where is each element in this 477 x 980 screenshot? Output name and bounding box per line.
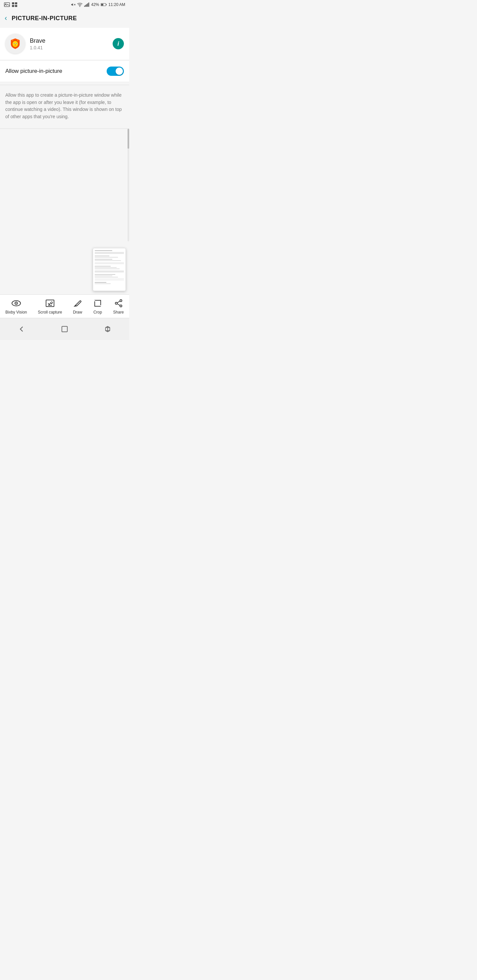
nav-recents-button[interactable]	[58, 323, 71, 336]
scroll-capture-icon	[45, 299, 55, 308]
thumb-line-17	[95, 283, 111, 284]
scrollbar-thumb[interactable]	[128, 129, 129, 149]
app-text: Brave 1.0.41	[30, 37, 45, 50]
svg-line-39	[117, 304, 120, 305]
nav-menu-button[interactable]	[101, 323, 114, 336]
status-time: 11:20 AM	[108, 2, 125, 7]
thumb-line-15	[95, 278, 124, 281]
thumb-line-12	[95, 274, 115, 275]
svg-rect-40	[62, 326, 68, 332]
thumb-line-1	[95, 250, 112, 251]
toolbar-item-bixby-vision[interactable]: Bixby Vision	[5, 299, 27, 315]
description-section: Allow this app to create a picture-in-pi…	[0, 85, 129, 129]
thumb-line-9	[95, 267, 116, 268]
nav-back-icon	[18, 325, 25, 333]
nav-recents-icon	[61, 325, 68, 333]
spacer-area	[0, 129, 129, 241]
svg-rect-34	[101, 305, 102, 306]
svg-rect-33	[94, 300, 95, 301]
status-left-icons	[4, 2, 17, 7]
thumb-line-4	[95, 257, 118, 258]
svg-point-25	[16, 43, 17, 44]
app-info-left: Brave 1.0.41	[5, 34, 45, 54]
status-bar: 42% 11:20 AM	[0, 0, 129, 9]
svg-rect-10	[85, 5, 86, 7]
toolbar-item-scroll-capture[interactable]: Scroll capture	[38, 299, 62, 315]
thumb-line-5	[95, 259, 112, 259]
crop-icon	[93, 299, 102, 308]
thumb-line-10	[95, 269, 120, 269]
description-text: Allow this app to create a picture-in-pi…	[5, 92, 124, 121]
app-info-section: Brave 1.0.41 i	[0, 28, 129, 60]
thumb-line-14	[95, 277, 118, 277]
bixby-vision-label: Bixby Vision	[5, 310, 27, 315]
draw-label: Draw	[73, 310, 82, 315]
svg-rect-5	[15, 5, 17, 7]
status-right: 42% 11:20 AM	[71, 2, 125, 7]
svg-rect-4	[12, 5, 14, 7]
thumb-line-6	[95, 260, 121, 261]
svg-point-37	[120, 305, 122, 307]
battery-pct: 42%	[91, 2, 99, 7]
nav-back-button[interactable]	[15, 323, 28, 336]
header: ‹ PICTURE-IN-PICTURE	[0, 9, 129, 28]
svg-point-30	[16, 302, 17, 304]
svg-rect-2	[12, 2, 14, 4]
svg-rect-16	[101, 4, 103, 5]
svg-rect-13	[88, 3, 89, 7]
nav-menu-icon	[104, 325, 111, 333]
toolbar-item-share[interactable]: Share	[113, 299, 124, 315]
screenshot-thumbnail	[93, 248, 126, 291]
info-button[interactable]: i	[113, 38, 124, 49]
mute-icon	[71, 2, 75, 7]
thumb-line-13	[95, 275, 112, 276]
scroll-capture-label: Scroll capture	[38, 310, 62, 315]
draw-icon	[73, 299, 82, 308]
toggle-section: Allow picture-in-picture	[0, 60, 129, 82]
svg-rect-9	[84, 6, 85, 6]
app-name: Brave	[30, 37, 45, 45]
svg-rect-15	[106, 4, 107, 5]
svg-rect-32	[95, 300, 101, 306]
thumb-line-11	[95, 270, 124, 272]
thumb-line-3	[95, 256, 109, 256]
thumb-line-8	[95, 266, 111, 267]
app-icon	[5, 34, 25, 54]
image-icon	[4, 2, 10, 7]
page-container: 42% 11:20 AM ‹ PICTURE-IN-PICTURE	[0, 0, 129, 340]
bottom-toolbar: Bixby Vision Scroll capture	[0, 294, 129, 318]
thumb-line-16	[95, 282, 106, 283]
signal-icon	[84, 2, 89, 7]
scrollbar-track	[128, 129, 129, 241]
svg-point-17	[13, 41, 18, 47]
thumbnail-area	[0, 241, 129, 294]
share-label: Share	[113, 310, 124, 315]
back-button[interactable]: ‹	[3, 13, 8, 24]
wifi-icon	[77, 2, 83, 7]
battery-icon	[101, 3, 107, 6]
nav-bar	[0, 318, 129, 340]
share-icon	[114, 299, 123, 308]
toolbar-item-crop[interactable]: Crop	[93, 299, 102, 315]
pip-toggle[interactable]	[107, 67, 124, 76]
toolbar-item-draw[interactable]: Draw	[73, 299, 82, 315]
brave-logo	[9, 37, 22, 50]
toggle-label: Allow picture-in-picture	[5, 68, 62, 75]
thumb-content	[93, 248, 126, 287]
svg-line-38	[117, 301, 120, 302]
svg-point-36	[115, 302, 117, 304]
thumb-line-7	[95, 262, 124, 264]
svg-point-24	[14, 43, 14, 44]
eye-icon	[11, 299, 21, 308]
svg-rect-11	[86, 4, 87, 6]
thumb-line-2	[95, 252, 124, 254]
svg-rect-12	[88, 3, 88, 6]
page-title: PICTURE-IN-PICTURE	[11, 15, 77, 22]
svg-point-35	[120, 300, 122, 302]
svg-point-26	[14, 45, 16, 45]
app-version: 1.0.41	[30, 45, 45, 50]
crop-label: Crop	[93, 310, 102, 315]
svg-point-8	[80, 6, 80, 6]
svg-rect-3	[15, 2, 17, 4]
grid-icon	[12, 2, 17, 7]
